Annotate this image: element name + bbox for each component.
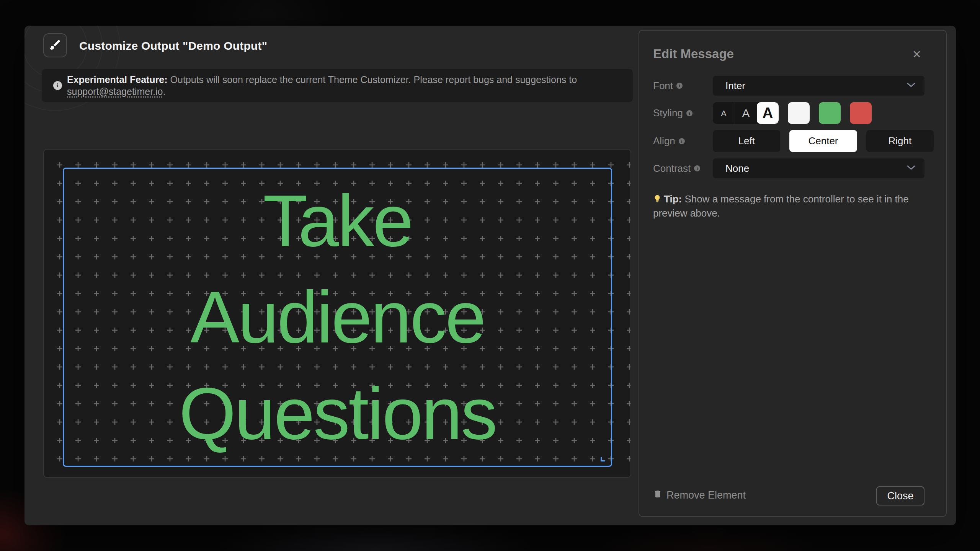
support-email-link[interactable]: support@stagetimer.io [67,86,163,97]
info-icon: i [676,83,683,89]
font-label: Font i [653,80,713,92]
notice-body: Outputs will soon replace the current Th… [168,74,577,85]
color-swatch-red[interactable] [850,102,872,124]
chevron-down-icon [907,165,915,172]
close-button[interactable]: Close [876,486,924,505]
brush-icon-box [43,33,67,57]
size-medium-button[interactable]: A [735,102,757,124]
font-select[interactable]: Inter [713,76,924,96]
trash-icon [653,489,662,502]
font-select-value: Inter [725,80,907,92]
align-label: Align i [653,135,713,147]
color-swatch-green[interactable] [819,102,841,124]
align-row: Align i Left Center Right [653,130,934,152]
info-icon: i [694,165,700,171]
styling-label: Styling i [653,107,713,119]
size-small-button[interactable]: A [713,102,735,124]
align-left-button[interactable]: Left [713,130,780,152]
info-icon: i [53,81,62,90]
color-swatch-white[interactable] [788,102,810,124]
notice-text: Experimental Feature: Outputs will soon … [67,74,617,98]
modal-title: Customize Output "Demo Output" [79,39,267,52]
contrast-label: Contrast i [653,163,713,174]
font-row: Font i Inter [653,76,934,96]
panel-title: Edit Message [653,47,734,61]
size-large-button[interactable]: A [757,102,779,124]
notice-suffix: . [163,86,166,97]
tip-text: Tip: Show a message from the controller … [653,193,921,220]
text-size-group: A A A [713,102,779,124]
close-icon[interactable]: ✕ [909,47,924,62]
preview-message-text: Take Audience Questions [179,173,496,462]
contrast-row: Contrast i None [653,158,934,178]
align-right-button[interactable]: Right [866,130,934,152]
remove-element-button[interactable]: Remove Element [653,489,746,502]
contrast-select[interactable]: None [713,158,924,178]
tip-body: Show a message from the controller to se… [653,193,909,219]
resize-handle[interactable] [601,457,605,461]
styling-row: Styling i A A A [653,102,934,124]
customize-output-modal: Customize Output "Demo Output" i Experim… [24,26,956,525]
contrast-select-value: None [725,163,907,174]
info-icon: i [679,138,685,144]
tip-bold: Tip: [664,193,682,205]
message-element-selection[interactable]: Take Audience Questions [63,168,612,467]
remove-element-label: Remove Element [666,489,746,501]
notice-bold: Experimental Feature: [67,74,168,85]
edit-message-panel: Edit Message ✕ Font i Inter Styling i [639,30,947,517]
output-preview: Take Audience Questions [43,149,631,478]
lightbulb-icon [653,193,662,207]
experimental-notice: i Experimental Feature: Outputs will soo… [42,69,633,102]
chevron-down-icon [907,82,915,89]
align-center-button[interactable]: Center [789,130,857,152]
info-icon: i [686,110,693,116]
brush-icon [49,38,62,53]
